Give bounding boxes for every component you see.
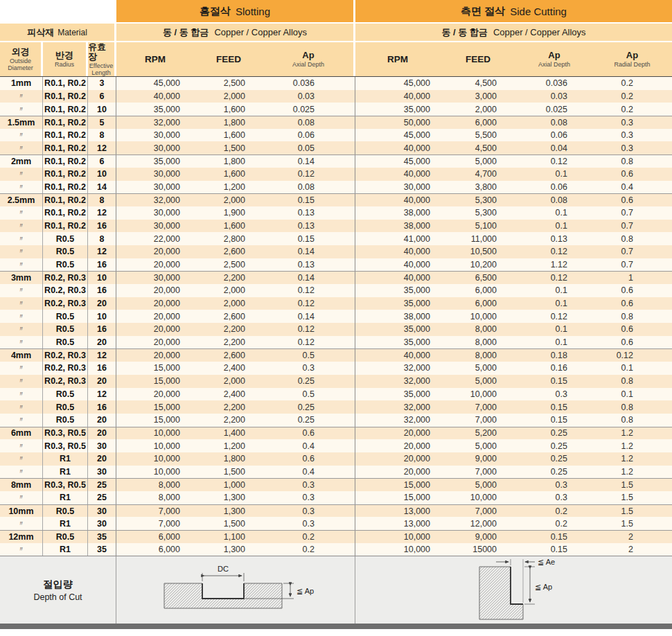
cell-side-ap-axial: 0.13: [516, 232, 592, 245]
col-ap-label: Ap: [548, 51, 560, 60]
banner-side-cutting-en: Side Cutting: [510, 6, 567, 17]
column-header-side-rpm: RPM: [355, 42, 440, 76]
cell-radius: R0.5: [43, 336, 88, 349]
cell-side-ap-axial: 0.3: [516, 491, 592, 504]
cell-slotting-feed: 2,800: [194, 232, 263, 245]
depth-of-cut-en: Depth of Cut: [33, 592, 82, 602]
table-row: 〃R0.2, R0.31620,0002,0000.1235,0006,0000…: [0, 284, 672, 297]
cell-slotting-feed: 2,500: [194, 77, 263, 90]
cell-slotting-feed: 1,800: [194, 155, 263, 168]
cell-effective-length: 16: [88, 258, 116, 272]
cell-slotting-rpm: 10,000: [116, 439, 194, 452]
cell-radius: R0.5: [43, 531, 88, 543]
side-depth-diagram: ≦ Ae ≦ Ap: [355, 556, 672, 624]
table-row: 〃R0.1, R0.21630,0001,6000.1338,0005,1000…: [0, 220, 672, 233]
cell-radius: R0.3, R0.5: [43, 479, 88, 491]
cell-radius: R0.1, R0.2: [43, 77, 88, 90]
table-row: 1.5mmR0.1, R0.2532,0001,8000.0850,0006,0…: [0, 116, 672, 129]
column-header-length: 유효장 Effective Length: [88, 42, 116, 76]
cell-outside-diameter: 〃: [0, 310, 43, 323]
cell-side-rpm: 35,000: [355, 284, 440, 297]
cell-side-rpm: 35,000: [355, 336, 440, 349]
cell-side-rpm: 35,000: [355, 388, 440, 401]
cell-slotting-rpm: 6,000: [116, 543, 194, 556]
cell-side-feed: 8,000: [440, 323, 516, 336]
cell-side-ap-axial: 0.1: [516, 206, 592, 220]
table-row: 〃R0.52015,0002,2000.2532,0007,0000.150.8: [0, 414, 672, 427]
cell-side-feed: 5,000: [440, 362, 516, 375]
cell-slotting-ap-axial: 0.14: [263, 272, 355, 284]
cell-side-feed: 12,000: [440, 517, 516, 530]
cell-side-rpm: 10,000: [355, 543, 440, 556]
col-diameter-en: Outside Diameter: [0, 58, 41, 71]
table-row: 〃R0.1, R0.21030,0001,6000.1240,0004,7000…: [0, 168, 672, 181]
cell-slotting-rpm: 20,000: [116, 349, 194, 362]
cell-side-ap-axial: 0.15: [516, 400, 592, 414]
cell-side-ap-axial: 0.06: [516, 181, 592, 194]
cell-side-ap-axial: 0.08: [516, 116, 592, 129]
cell-side-rpm: 35,000: [355, 297, 440, 310]
cell-effective-length: 30: [88, 517, 116, 530]
cell-effective-length: 3: [88, 77, 116, 90]
cell-side-ap-radial: 1.5: [592, 479, 672, 491]
cell-effective-length: 16: [88, 362, 116, 375]
cell-side-ap-radial: 1: [592, 272, 672, 284]
cell-slotting-rpm: 30,000: [116, 206, 194, 220]
cell-side-ap-axial: 0.1: [516, 336, 592, 349]
cell-side-feed: 7,000: [440, 505, 516, 518]
cell-side-rpm: 38,000: [355, 206, 440, 220]
cell-slotting-feed: 2,000: [194, 297, 263, 310]
cell-outside-diameter: 3mm: [0, 272, 43, 284]
cell-side-ap-axial: 0.2: [516, 517, 592, 530]
cell-side-feed: 10,200: [440, 258, 516, 272]
cell-slotting-ap-axial: 0.4: [263, 466, 355, 479]
table-row: 〃R0.1, R0.21230,0001,5000.0540,0004,5000…: [0, 141, 672, 154]
cell-outside-diameter: 〃: [0, 362, 43, 375]
cell-side-feed: 10,000: [440, 310, 516, 323]
cell-slotting-ap-axial: 0.6: [263, 427, 355, 440]
cell-outside-diameter: 〃: [0, 181, 43, 194]
cell-radius: R0.1, R0.2: [43, 206, 88, 220]
cell-side-feed: 6,000: [440, 284, 516, 297]
cell-side-rpm: 20,000: [355, 439, 440, 452]
table-row: 〃R0.1, R0.2830,0001,6000.0645,0005,5000.…: [0, 129, 672, 142]
cell-side-ap-radial: 0.6: [592, 336, 672, 349]
cell-slotting-ap-axial: 0.3: [263, 517, 355, 530]
cell-side-ap-radial: 0.7: [592, 206, 672, 220]
cell-side-feed: 5,000: [440, 155, 516, 168]
cell-side-ap-axial: 0.1: [516, 220, 592, 233]
material-value-slotting: 동 / 동 합금 Copper / Copper Alloys: [116, 24, 355, 41]
cell-side-feed: 7,000: [440, 400, 516, 414]
cell-side-rpm: 40,000: [355, 272, 440, 284]
cell-effective-length: 20: [88, 427, 116, 440]
col-ap-sub: Axial Depth: [292, 61, 324, 68]
cell-side-feed: 15000: [440, 543, 516, 556]
cell-radius: R0.5: [43, 400, 88, 414]
col-length-en: Effective Length: [88, 62, 114, 76]
cell-side-feed: 5,300: [440, 194, 516, 206]
table-row: 〃R0.2, R0.32015,0002,0000.2532,0005,0000…: [0, 375, 672, 388]
cell-side-rpm: 40,000: [355, 90, 440, 103]
material-value-ko: 동 / 동 합금: [163, 26, 209, 39]
material-ko: 피삭재: [27, 26, 54, 39]
cell-side-ap-radial: 0.8: [592, 155, 672, 168]
cell-side-ap-axial: 0.12: [516, 155, 592, 168]
cell-slotting-ap-axial: 0.036: [263, 77, 355, 90]
cell-side-ap-axial: 0.3: [516, 388, 592, 401]
table-row: 8mmR0.3, R0.5258,0001,0000.315,0005,0000…: [0, 478, 672, 491]
cell-outside-diameter: 8mm: [0, 479, 43, 491]
col-diameter-ko: 외경: [12, 47, 30, 57]
cell-slotting-ap-axial: 0.12: [263, 297, 355, 310]
cell-slotting-feed: 2,000: [194, 194, 263, 206]
cell-slotting-rpm: 35,000: [116, 103, 194, 116]
cell-slotting-ap-axial: 0.14: [263, 155, 355, 168]
cell-outside-diameter: 2mm: [0, 155, 43, 168]
cell-slotting-ap-axial: 0.06: [263, 129, 355, 142]
col-feed-label: FEED: [216, 54, 241, 64]
cell-effective-length: 20: [88, 375, 116, 388]
cell-slotting-rpm: 15,000: [116, 375, 194, 388]
col-feed-label: FEED: [466, 54, 490, 64]
cell-side-ap-axial: 0.1: [516, 323, 592, 336]
slot-ap-label: ≦ Ap: [297, 587, 314, 595]
cell-radius: R0.5: [43, 323, 88, 336]
